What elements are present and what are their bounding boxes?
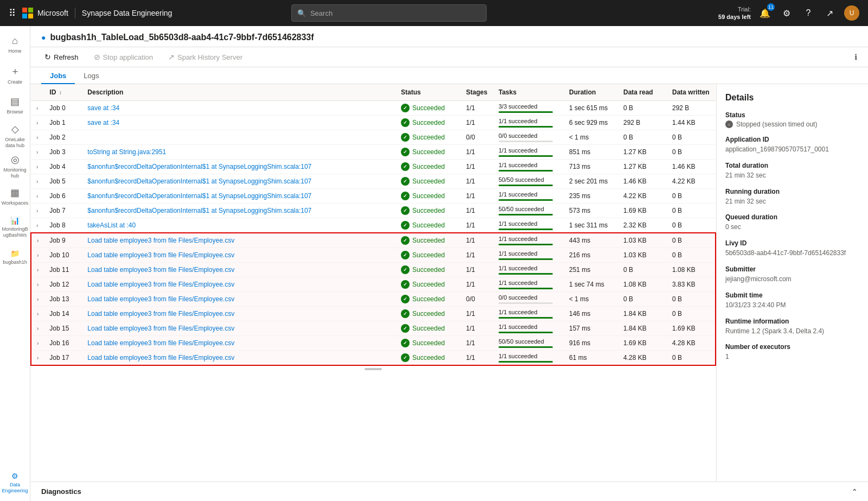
table-row[interactable]: ›Job 17Load table employee3 from file Fi… <box>31 351 716 366</box>
row-expander[interactable]: › <box>31 145 44 160</box>
row-expander[interactable]: › <box>31 218 44 233</box>
row-expander[interactable]: › <box>31 336 44 351</box>
share-icon[interactable]: ↗ <box>822 5 838 21</box>
job-link[interactable]: $anonfun$recordDeltaOperationInternal$1 … <box>87 207 311 214</box>
expand-chevron[interactable]: › <box>36 193 38 199</box>
expand-chevron[interactable]: › <box>37 252 39 258</box>
table-row[interactable]: ›Job 4$anonfun$recordDeltaOperationInter… <box>31 160 716 174</box>
job-description[interactable]: Load table employee3 from file Files/Emp… <box>82 351 395 366</box>
row-expander[interactable]: › <box>31 307 44 321</box>
expand-chevron[interactable]: › <box>36 223 38 229</box>
expand-chevron[interactable]: › <box>37 282 39 288</box>
job-link[interactable]: Load table employee3 from file Files/Emp… <box>87 325 234 332</box>
job-description[interactable]: Load table employee3 from file Files/Emp… <box>82 292 395 307</box>
expand-chevron[interactable]: › <box>37 326 39 332</box>
job-link[interactable]: Load table employee3 from file Files/Emp… <box>87 354 234 362</box>
job-description[interactable]: Load table employee3 from file Files/Emp… <box>82 307 395 321</box>
job-link[interactable]: save at :34 <box>87 119 119 126</box>
row-expander[interactable]: › <box>31 204 44 218</box>
table-row[interactable]: ›Job 1save at :34Succeeded1/11/1 succeed… <box>31 116 716 130</box>
row-expander[interactable]: › <box>31 263 44 277</box>
search-input[interactable] <box>310 9 481 17</box>
sidebar-item-browse[interactable]: ▤ Browse <box>2 91 28 119</box>
sidebar-item-monitoringb[interactable]: 📊 MonitoringB ugBashWs <box>2 213 28 241</box>
expand-chevron[interactable]: › <box>36 105 38 111</box>
table-row[interactable]: ›Job 3toString at String.java:2951Succee… <box>31 145 716 160</box>
job-description[interactable]: Load table employee3 from file Files/Emp… <box>82 321 395 336</box>
job-description[interactable]: $anonfun$recordDeltaOperationInternal$1 … <box>82 160 395 174</box>
row-expander[interactable]: › <box>31 248 44 263</box>
expand-chevron[interactable]: › <box>37 355 39 361</box>
row-expander[interactable]: › <box>31 116 44 130</box>
stop-button[interactable]: ⊘ Stop application <box>91 50 157 64</box>
row-expander[interactable]: › <box>31 233 44 248</box>
waffle-icon[interactable]: ⠿ <box>9 7 16 19</box>
refresh-button[interactable]: ↻ Refresh <box>41 50 82 64</box>
job-description[interactable]: $anonfun$recordDeltaOperationInternal$1 … <box>82 174 395 189</box>
table-row[interactable]: ›Job 11Load table employee3 from file Fi… <box>31 263 716 277</box>
diagnostics-bar[interactable]: Diagnostics ⌃ <box>30 481 868 501</box>
job-link[interactable]: takeAsList at :40 <box>87 221 136 229</box>
job-link[interactable]: Load table employee3 from file Files/Emp… <box>87 339 234 347</box>
job-link[interactable]: save at :34 <box>87 104 119 112</box>
expand-chevron[interactable]: › <box>36 120 38 126</box>
table-row[interactable]: ›Job 7$anonfun$recordDeltaOperationInter… <box>31 204 716 218</box>
table-row[interactable]: ›Job 2Succeeded0/00/0 succeeded< 1 ms0 B… <box>31 130 716 145</box>
job-link[interactable]: Load table employee3 from file Files/Emp… <box>87 266 234 274</box>
table-row[interactable]: ›Job 16Load table employee3 from file Fi… <box>31 336 716 351</box>
help-icon[interactable]: ? <box>801 5 816 21</box>
sidebar-item-monitoring[interactable]: ◎ Monitoring hub <box>2 152 28 180</box>
job-description[interactable]: toString at String.java:2951 <box>82 145 395 160</box>
spark-history-button[interactable]: ↗ Spark History Server <box>165 50 246 64</box>
table-row[interactable]: ›Job 8takeAsList at :40Succeeded1/11/1 s… <box>31 218 716 233</box>
job-link[interactable]: $anonfun$recordDeltaOperationInternal$1 … <box>87 192 311 200</box>
sidebar-item-data-engineering[interactable]: ⚙ Data Engineering <box>2 468 28 497</box>
row-expander[interactable]: › <box>31 174 44 189</box>
notifications[interactable]: 🔔 11 <box>757 5 773 21</box>
expand-chevron[interactable]: › <box>37 267 39 273</box>
expand-chevron[interactable]: › <box>36 135 38 141</box>
settings-icon[interactable]: ⚙ <box>779 5 794 21</box>
job-description[interactable]: $anonfun$recordDeltaOperationInternal$1 … <box>82 189 395 204</box>
search-bar[interactable]: 🔍 <box>291 4 487 22</box>
sidebar-item-workspaces[interactable]: ▦ Workspaces <box>2 182 28 211</box>
table-row[interactable]: ›Job 13Load table employee3 from file Fi… <box>31 292 716 307</box>
table-row[interactable]: ›Job 10Load table employee3 from file Fi… <box>31 248 716 263</box>
job-description[interactable]: save at :34 <box>82 116 395 130</box>
sidebar-item-create[interactable]: ＋ Create <box>2 61 28 89</box>
info-icon[interactable]: ℹ <box>854 53 857 61</box>
expand-chevron[interactable]: › <box>36 208 38 214</box>
expand-chevron[interactable]: › <box>36 164 38 170</box>
job-description[interactable]: Load table employee3 from file Files/Emp… <box>82 263 395 277</box>
job-description[interactable]: Load table employee3 from file Files/Emp… <box>82 248 395 263</box>
table-row[interactable]: ›Job 5$anonfun$recordDeltaOperationInter… <box>31 174 716 189</box>
job-description[interactable]: Load table employee3 from file Files/Emp… <box>82 336 395 351</box>
job-link[interactable]: Load table employee3 from file Files/Emp… <box>87 281 234 288</box>
expand-chevron[interactable]: › <box>36 149 38 155</box>
job-link[interactable]: Load table employee3 from file Files/Emp… <box>87 251 234 259</box>
job-description[interactable]: Load table employee3 from file Files/Emp… <box>82 277 395 292</box>
job-link[interactable]: $anonfun$recordDeltaOperationInternal$1 … <box>87 177 311 185</box>
table-row[interactable]: ›Job 0save at :34Succeeded1/13/3 succeed… <box>31 101 716 116</box>
expand-chevron[interactable]: › <box>37 238 39 244</box>
row-expander[interactable]: › <box>31 101 44 116</box>
expand-chevron[interactable]: › <box>37 311 39 317</box>
job-link[interactable]: $anonfun$recordDeltaOperationInternal$1 … <box>87 163 311 170</box>
row-expander[interactable]: › <box>31 321 44 336</box>
tab-logs[interactable]: Logs <box>75 67 107 84</box>
user-avatar[interactable]: U <box>844 5 859 21</box>
row-expander[interactable]: › <box>31 277 44 292</box>
expand-chevron[interactable]: › <box>37 340 39 346</box>
row-expander[interactable]: › <box>31 189 44 204</box>
sidebar-item-bugbash[interactable]: 📁 bugbash1h <box>2 243 28 271</box>
job-link[interactable]: toString at String.java:2951 <box>87 148 166 156</box>
job-link[interactable]: Load table employee3 from file Files/Emp… <box>87 295 234 303</box>
row-expander[interactable]: › <box>31 160 44 174</box>
table-row[interactable]: ›Job 12Load table employee3 from file Fi… <box>31 277 716 292</box>
job-description[interactable]: takeAsList at :40 <box>82 218 395 233</box>
expand-chevron[interactable]: › <box>36 179 38 185</box>
job-description[interactable]: save at :34 <box>82 101 395 116</box>
job-description[interactable]: Load table employee3 from file Files/Emp… <box>82 233 395 248</box>
row-expander[interactable]: › <box>31 351 44 366</box>
sidebar-item-onelake[interactable]: ◇ OneLake data hub <box>2 122 28 150</box>
